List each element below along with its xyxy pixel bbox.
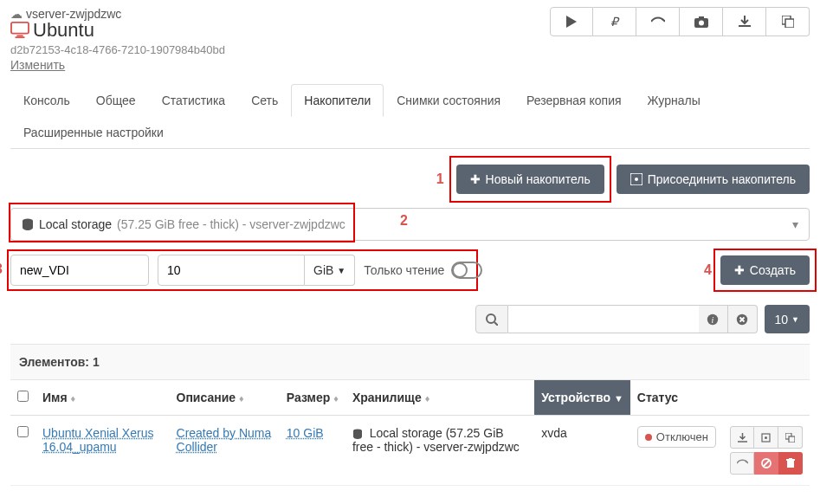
tab-logs[interactable]: Журналы xyxy=(635,84,713,117)
col-storage[interactable]: Хранилище♦ xyxy=(345,380,534,416)
disk-size-input[interactable] xyxy=(158,255,305,286)
select-all-checkbox[interactable] xyxy=(17,391,29,402)
disk-unit-select[interactable]: GiB ▼ xyxy=(305,255,355,286)
readonly-toggle[interactable] xyxy=(451,262,482,279)
tab-backup[interactable]: Резервная копия xyxy=(513,84,635,117)
play-button[interactable] xyxy=(550,7,593,36)
tab-bar: Консоль Общее Статистика Сеть Накопители… xyxy=(10,84,810,149)
disk-desc[interactable]: Created by Numa Collider xyxy=(177,426,272,454)
disk-size[interactable]: 10 GiB xyxy=(287,426,324,440)
storage-name: Local storage xyxy=(39,217,112,231)
svg-rect-0 xyxy=(11,23,29,34)
plus-icon: ✚ xyxy=(734,263,745,277)
svg-point-5 xyxy=(699,20,704,25)
edit-link[interactable]: Изменить xyxy=(10,58,65,72)
move-button[interactable] xyxy=(754,426,778,449)
plus-icon: ✚ xyxy=(470,172,481,186)
col-desc[interactable]: Описание♦ xyxy=(170,380,280,416)
search-icon xyxy=(475,305,508,333)
caret-down-icon: ▼ xyxy=(337,266,345,275)
svg-point-9 xyxy=(635,178,638,181)
copy-button[interactable] xyxy=(766,7,810,36)
readonly-label: Только чтение xyxy=(364,263,444,277)
migrate-button[interactable] xyxy=(636,7,680,36)
monitor-icon xyxy=(10,22,29,39)
cloud-icon: ☁ xyxy=(10,7,23,21)
clone-button[interactable] xyxy=(778,426,803,449)
chevron-down-icon: ▾ xyxy=(792,217,798,231)
attach-disk-button[interactable]: Присоединить накопитель xyxy=(617,165,810,194)
tab-general[interactable]: Общее xyxy=(83,84,149,117)
create-button[interactable]: ✚ Создать xyxy=(720,255,810,285)
col-status: Статус xyxy=(630,380,723,416)
vm-os-name[interactable]: Ubuntu xyxy=(33,19,94,42)
info-button[interactable]: i xyxy=(699,305,728,333)
elements-count: Элементов: 1 xyxy=(10,345,810,380)
svg-line-12 xyxy=(494,322,498,326)
svg-rect-2 xyxy=(16,36,25,38)
vm-action-toolbar: ₽ xyxy=(550,7,810,36)
table-row: Ubuntu Xenial Xerus 16.04_upamu Created … xyxy=(10,416,810,486)
svg-line-23 xyxy=(763,461,769,467)
tab-advanced[interactable]: Расширенные настройки xyxy=(10,116,177,149)
storage-select[interactable]: Local storage (57.25 GiB free - thick) -… xyxy=(10,208,810,241)
vm-uuid: d2b72153-4c18-4766-7210-1907984b40bd xyxy=(10,43,225,56)
storage-meta: (57.25 GiB free - thick) - vserver-zwjpd… xyxy=(117,217,345,231)
disk-storage: Local storage (57.25 GiB free - thick) -… xyxy=(352,426,520,454)
ruble-button[interactable]: ₽ xyxy=(593,7,636,36)
clear-button[interactable] xyxy=(728,305,758,333)
tab-console[interactable]: Консоль xyxy=(10,84,83,117)
row-checkbox[interactable] xyxy=(17,426,29,437)
disk-device: xvda xyxy=(541,426,567,440)
svg-rect-7 xyxy=(785,19,794,28)
tab-network[interactable]: Сеть xyxy=(238,84,291,117)
database-icon xyxy=(352,429,363,439)
annotation-1: 1 xyxy=(436,171,444,187)
delete-button[interactable] xyxy=(778,452,803,475)
annotation-2: 2 xyxy=(400,213,408,229)
annotation-3: 3 xyxy=(0,262,3,277)
disk-name-input[interactable] xyxy=(10,255,149,286)
status-dot-icon xyxy=(645,434,652,441)
svg-rect-4 xyxy=(699,16,704,19)
tab-snapshots[interactable]: Снимки состояния xyxy=(384,84,513,117)
tab-stats[interactable]: Статистика xyxy=(149,84,239,117)
page-size-select[interactable]: 10 ▼ xyxy=(765,305,810,333)
disk-icon xyxy=(630,173,642,185)
svg-rect-1 xyxy=(16,35,23,36)
caret-down-icon: ▼ xyxy=(791,315,799,324)
svg-point-11 xyxy=(487,314,495,323)
col-device[interactable]: Устройство▼ xyxy=(534,380,630,416)
snapshot-button[interactable] xyxy=(680,7,723,36)
download-button[interactable] xyxy=(730,426,754,449)
export-button[interactable] xyxy=(723,7,766,36)
new-disk-button[interactable]: ✚ Новый накопитель xyxy=(456,165,604,194)
svg-rect-24 xyxy=(787,461,794,468)
col-size[interactable]: Размер♦ xyxy=(280,380,345,416)
svg-text:i: i xyxy=(712,315,714,325)
database-icon xyxy=(22,218,34,230)
migrate-disk-button[interactable] xyxy=(730,452,754,475)
annotation-4: 4 xyxy=(704,262,712,278)
disk-name-link[interactable]: Ubuntu Xenial Xerus 16.04_upamu xyxy=(42,426,153,454)
svg-rect-26 xyxy=(789,458,792,460)
forget-button[interactable] xyxy=(754,452,778,475)
svg-point-19 xyxy=(765,436,767,439)
search-input[interactable] xyxy=(508,305,699,333)
col-name[interactable]: Имя♦ xyxy=(36,380,170,416)
svg-rect-21 xyxy=(789,436,795,443)
tab-disks[interactable]: Накопители xyxy=(291,84,384,117)
status-badge[interactable]: Отключен xyxy=(637,426,716,448)
